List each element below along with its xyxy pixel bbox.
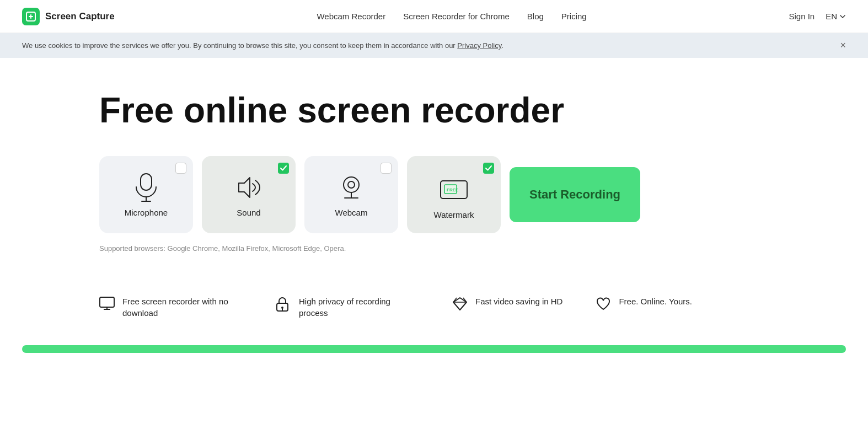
supported-text: Supported browsers: Google Chrome, Mozil… (99, 244, 846, 253)
sound-checkbox[interactable] (278, 163, 289, 174)
feature-no-download: Free screen recorder with no download (99, 296, 243, 319)
watermark-icon: FREE (439, 175, 469, 205)
watermark-option[interactable]: FREE Watermark (407, 156, 501, 233)
features-section: Free screen recorder with no download Hi… (0, 296, 868, 345)
webcam-label: Webcam (335, 208, 368, 217)
feature-free: Free. Online. Yours. (596, 296, 692, 312)
svg-point-6 (348, 181, 355, 188)
svg-rect-1 (141, 174, 152, 190)
chevron-down-icon (839, 13, 846, 20)
microphone-icon (131, 173, 161, 202)
microphone-label: Microphone (125, 208, 168, 217)
lock-icon (276, 297, 291, 312)
language-selector[interactable]: EN (826, 12, 846, 21)
feature-hd: Fast video saving in HD (452, 296, 562, 312)
webcam-option[interactable]: Webcam (304, 156, 398, 233)
hero-title: Free online screen recorder (99, 91, 846, 130)
svg-rect-12 (100, 297, 114, 307)
webcam-icon (336, 173, 366, 202)
feature-privacy: High privacy of recording process (276, 296, 419, 319)
nav-screen-recorder-chrome[interactable]: Screen Recorder for Chrome (403, 12, 510, 21)
logo-text: Screen Capture (45, 11, 115, 22)
watermark-label: Watermark (434, 210, 474, 219)
signin-link[interactable]: Sign In (789, 12, 815, 21)
cookie-close-button[interactable]: × (840, 40, 846, 51)
cookie-banner: We use cookies to improve the services w… (0, 33, 868, 58)
hero-section: Free online screen recorder Microphone (0, 58, 868, 296)
nav-right: Sign In EN (789, 12, 846, 21)
feature-no-download-text: Free screen recorder with no download (122, 296, 243, 319)
start-recording-button[interactable]: Start Recording (510, 167, 640, 222)
logo-icon (22, 8, 40, 25)
microphone-option[interactable]: Microphone (99, 156, 193, 233)
green-bar (22, 345, 846, 353)
webcam-checkbox[interactable] (381, 163, 392, 174)
nav-pricing[interactable]: Pricing (561, 12, 587, 21)
svg-text:FREE: FREE (447, 187, 459, 192)
sound-icon (234, 173, 264, 202)
navbar: Screen Capture Webcam Recorder Screen Re… (0, 0, 868, 33)
logo-link[interactable]: Screen Capture (22, 8, 115, 25)
recording-options: Microphone Sound (99, 156, 846, 233)
watermark-checkbox[interactable] (483, 163, 494, 174)
svg-point-5 (344, 177, 359, 192)
svg-marker-4 (239, 178, 250, 197)
feature-free-text: Free. Online. Yours. (619, 296, 692, 307)
cookie-text: We use cookies to improve the services w… (22, 41, 503, 50)
feature-hd-text: Fast video saving in HD (475, 296, 562, 307)
privacy-policy-link[interactable]: Privacy Policy (457, 41, 501, 50)
monitor-icon (99, 297, 115, 312)
diamond-icon (452, 297, 468, 312)
nav-webcam-recorder[interactable]: Webcam Recorder (317, 12, 385, 21)
microphone-checkbox[interactable] (175, 163, 186, 174)
sound-label: Sound (237, 208, 260, 217)
nav-links: Webcam Recorder Screen Recorder for Chro… (317, 12, 586, 21)
feature-privacy-text: High privacy of recording process (299, 296, 419, 319)
nav-blog[interactable]: Blog (527, 12, 544, 21)
heart-icon (596, 297, 611, 312)
sound-option[interactable]: Sound (202, 156, 296, 233)
